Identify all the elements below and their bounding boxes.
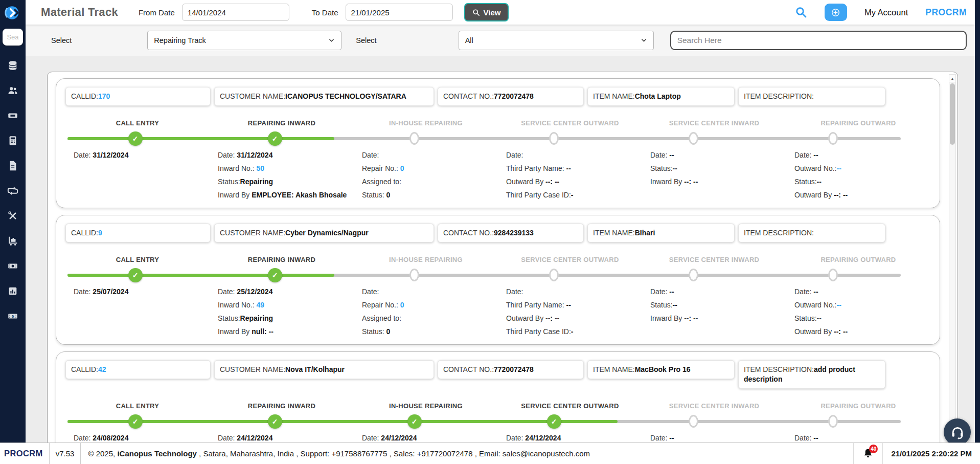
detail-label: Date: [218, 434, 237, 442]
scrollbar-up-arrow[interactable]: ▲ [949, 75, 955, 82]
database-icon[interactable] [7, 60, 18, 71]
app-logo-icon[interactable] [0, 0, 26, 26]
item-name-box-label: ITEM NAME: [593, 92, 635, 100]
stage-node-wrap [763, 268, 903, 282]
trolley-icon[interactable] [7, 235, 18, 247]
to-date-label: To Date [312, 8, 338, 17]
callid-box-value[interactable]: 42 [98, 365, 106, 373]
detail-line: Inward By null: -- [218, 325, 354, 338]
from-date-label: From Date [139, 8, 175, 17]
contact-no-box-value: 9284239133 [494, 229, 534, 237]
stage-label: REPAIRING OUTWARD [786, 119, 930, 127]
detail-label: Date: [74, 288, 93, 296]
header-search-icon[interactable] [795, 6, 807, 18]
stage-done-icon: ✓ [268, 414, 282, 429]
detail-label: Assigned to: [362, 314, 401, 322]
svg-text:0: 0 [12, 314, 14, 319]
material-card: CALLID:170CUSTOMER NAME:ICANOPUS TECHNOL… [56, 78, 940, 208]
document-icon[interactable] [7, 160, 18, 171]
detail-value: -- [669, 151, 674, 159]
scrollbar-thumb[interactable] [950, 83, 955, 145]
stage-detail-column: Date:Third Party Name: --Outward By --: … [498, 285, 642, 338]
item-name-box-value: Chota Laptop [635, 92, 681, 100]
to-date-input[interactable] [346, 4, 453, 21]
brand-logo-text[interactable]: PROCRM [925, 7, 967, 18]
view-button[interactable]: View [464, 3, 509, 21]
stage-detail-column: Date:Repair No.: 0Assigned to:Status: 0 [354, 285, 498, 338]
detail-link-value[interactable]: 50 [256, 164, 264, 172]
detail-label: Date: [650, 288, 669, 296]
item-name-box-label: ITEM NAME: [593, 229, 635, 237]
stage-detail-column: Date: 25/07/2024 [65, 285, 210, 338]
detail-label: Third Party Name: [506, 301, 566, 309]
search-here-input[interactable] [670, 31, 967, 50]
sidebar-search-input[interactable]: Sea [3, 29, 23, 46]
stage-nodes: ✓✓✓✓ [65, 414, 903, 429]
add-button[interactable] [825, 4, 847, 21]
tools-icon[interactable] [7, 210, 18, 222]
detail-line: Inward By EMPLOYEE: Akash Bhosale [218, 188, 354, 202]
notifications-button[interactable]: 40 [853, 443, 883, 464]
category-select[interactable]: All [459, 31, 654, 50]
track-type-select[interactable]: Repairing Track [147, 31, 341, 50]
footer-brand[interactable]: PROCRM [0, 449, 49, 458]
detail-label: Date: [650, 434, 669, 442]
contact-no-box: CONTACT NO.:9284239133 [438, 224, 584, 242]
repeat-icon[interactable] [7, 185, 18, 196]
detail-line: Outward By --: -- [794, 325, 930, 338]
detail-line: Outward No.:-- [794, 162, 930, 175]
detail-line: Third Party Name: -- [506, 298, 642, 312]
detail-value: 24/08/2024 [93, 434, 128, 442]
ticket-icon[interactable] [7, 110, 18, 121]
from-date-input[interactable] [182, 4, 289, 21]
detail-link-value[interactable]: 0 [400, 301, 404, 309]
item-name-box: ITEM NAME:BIhari [587, 224, 735, 242]
detail-link-value[interactable]: 49 [256, 301, 264, 309]
detail-label: Outward No.: [794, 164, 836, 172]
detail-label: Third Party Case ID: [506, 191, 571, 199]
users-icon[interactable] [7, 85, 18, 96]
banknote-zero-icon[interactable]: 0 [7, 311, 18, 322]
detail-link-value[interactable]: -- [836, 301, 841, 309]
callid-box: CALLID:9 [65, 224, 211, 242]
my-account-link[interactable]: My Account [864, 8, 908, 17]
detail-link-value[interactable]: 0 [400, 164, 404, 172]
notification-badge: 40 [869, 445, 878, 453]
support-chat-button[interactable] [944, 418, 971, 446]
stage-pending-icon [409, 132, 419, 145]
detail-line: Inward By --: -- [650, 312, 786, 325]
stage-label: CALL ENTRY [65, 256, 210, 263]
contact-no-box-label: CONTACT NO.: [443, 92, 494, 100]
item-description-box-label: ITEM DESCRIPTION: [744, 229, 814, 237]
material-card: CALLID:42CUSTOMER NAME:Nova IT/KolhapurC… [56, 351, 940, 443]
detail-link-value[interactable]: -- [836, 164, 841, 172]
detail-value: -- [566, 164, 571, 172]
stage-label: SERVICE CENTER INWARD [642, 119, 786, 127]
stage-done-icon: ✓ [547, 414, 561, 429]
detail-label: Outward By [794, 191, 834, 199]
detail-value: --: -- [545, 178, 559, 186]
callid-box-value[interactable]: 9 [98, 229, 102, 237]
stage-detail-columns: Date: 24/08/2024Date: 24/12/2024Inward N… [65, 431, 930, 443]
detail-line: Inward No.: 50 [218, 162, 354, 175]
item-name-box-value: BIhari [635, 229, 655, 237]
banknote-icon[interactable] [7, 260, 18, 272]
page-scrollbar[interactable] [975, 0, 980, 443]
detail-line: Date: -- [794, 148, 930, 162]
detail-label: Outward By [794, 327, 834, 336]
page-title: Material Track [41, 6, 118, 19]
bar-chart-icon[interactable] [7, 285, 18, 297]
detail-label: Inward No.: [218, 164, 256, 172]
detail-line: Inward No.: 49 [218, 298, 354, 312]
callid-box-value[interactable]: 170 [98, 92, 110, 100]
detail-value: null: -- [252, 327, 274, 336]
customer-name-box-value: Cyber Dynamics/Nagpur [285, 229, 369, 237]
detail-line: Date: -- [650, 431, 786, 443]
customer-name-box: CUSTOMER NAME:ICANOPUS TECHNOLOGY/SATARA [214, 87, 434, 106]
detail-value: -- [566, 301, 571, 309]
calculator-icon[interactable] [7, 135, 18, 146]
item-name-box: ITEM NAME:MacBook Pro 16 [587, 360, 735, 379]
detail-label: Status: [650, 301, 673, 309]
stage-detail-column: Date:Third Party Name: --Outward By --: … [498, 148, 642, 202]
panel-scrollbar[interactable]: ▲ [949, 74, 956, 443]
